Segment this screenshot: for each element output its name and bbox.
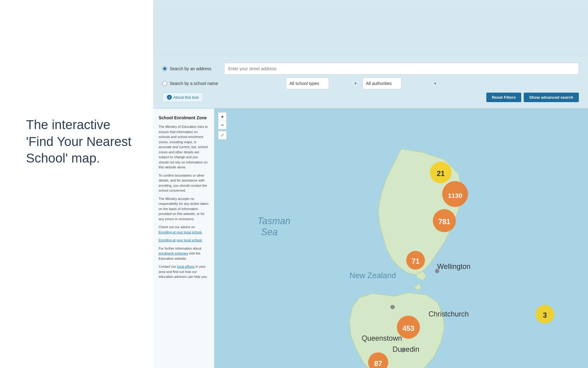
svg-text:1130: 1130 [448,192,462,199]
zoom-in-button[interactable]: + [218,112,227,121]
svg-text:Sea: Sea [261,227,278,237]
authorities-select[interactable]: All authorities [363,78,401,89]
info-para5: For further information about enrolment … [159,246,209,261]
authorities-wrapper: All authorities [363,78,439,89]
address-input[interactable] [224,63,579,75]
info-check-text: Check out our advice on [159,225,195,229]
radio-address-text: Search by an address [170,66,211,71]
link-enrolling-1[interactable]: Enrolling at your local school. [159,230,202,234]
right-panel: Search by an address Search by a school … [153,0,588,368]
info-para6: Contact our local offices in your area a… [159,264,209,279]
search-area: Search by an address Search by a school … [153,57,588,108]
search-row-1: Search by an address [162,63,579,75]
advanced-search-button[interactable]: Show advanced search [524,93,579,102]
svg-point-11 [401,348,405,352]
school-types-wrapper: All school types [286,78,360,89]
svg-text:3: 3 [543,311,547,319]
dunedin-label1: Dunedin [393,345,419,353]
reset-filters-button[interactable]: Reset Filters [486,93,521,102]
info-para1: The Ministry of Education tries to ensur… [159,124,209,170]
link-enrolling-2[interactable]: Enrolling at your local school. [159,238,202,242]
search-row-2: Search by a school name All school types… [162,78,579,89]
hero-text: The interactive 'Find Your Nearest Schoo… [26,117,141,167]
search-row-3: i About this tool Reset Filters Show adv… [162,92,579,102]
map-area[interactable]: + − ⤢ Tasman Sea New Zealand [214,109,588,368]
info-contact-text: Contact our [159,265,176,268]
svg-text:87: 87 [374,360,382,368]
about-label: About this tool [173,95,198,100]
info-further-text: For further information about [159,247,201,250]
radio-address[interactable] [162,66,167,71]
svg-text:781: 781 [438,218,450,226]
school-types-select[interactable]: All school types [286,78,329,89]
info-panel: School Enrolment Zone The Ministry of Ed… [153,109,214,368]
svg-text:71: 71 [412,257,420,265]
radio-address-label[interactable]: Search by an address [162,66,221,71]
south-island [349,293,444,368]
radio-name[interactable] [162,81,167,86]
nz-label: New Zealand [349,271,396,280]
wellington-label: Wellington [437,263,470,270]
svg-text:21: 21 [437,170,445,178]
left-panel: The interactive 'Find Your Nearest Schoo… [0,0,153,368]
filters-dropdowns: All school types All authorities [286,78,439,89]
svg-point-10 [435,269,439,273]
info-title: School Enrolment Zone [159,115,209,121]
christchurch-label: Christchurch [428,310,469,318]
zoom-out-button[interactable]: − [218,121,227,129]
info-para4: Check out our advice on Enrolling at you… [159,224,209,235]
link-enrolment-schemes[interactable]: enrolment schemes [159,251,188,255]
map-controls: + − ⤢ [218,112,227,140]
about-button[interactable]: i About this tool [162,92,203,102]
radio-name-text: Search by a school name [170,81,218,86]
info-icon: i [167,95,172,100]
nz-map-svg: Tasman Sea New Zealand [214,109,588,368]
expand-button[interactable]: ⤢ [218,131,227,140]
page-wrapper: The interactive 'Find Your Nearest Schoo… [0,0,588,368]
queenstown-label: Queenstown [362,334,402,342]
link-local-offices[interactable]: local offices [177,265,194,268]
buttons-right: Reset Filters Show advanced search [486,93,579,102]
main-content: School Enrolment Zone The Ministry of Ed… [153,108,588,368]
info-para2: To confirm boundaries or other details, … [159,173,209,193]
info-link2: Enrolling at your local school. [159,238,209,243]
info-para3: The Ministry accepts no responsibility f… [159,196,209,222]
svg-text:453: 453 [402,324,414,332]
svg-point-12 [390,305,395,309]
radio-name-label[interactable]: Search by a school name [162,81,221,86]
tasman-sea-label: Tasman [258,216,290,226]
